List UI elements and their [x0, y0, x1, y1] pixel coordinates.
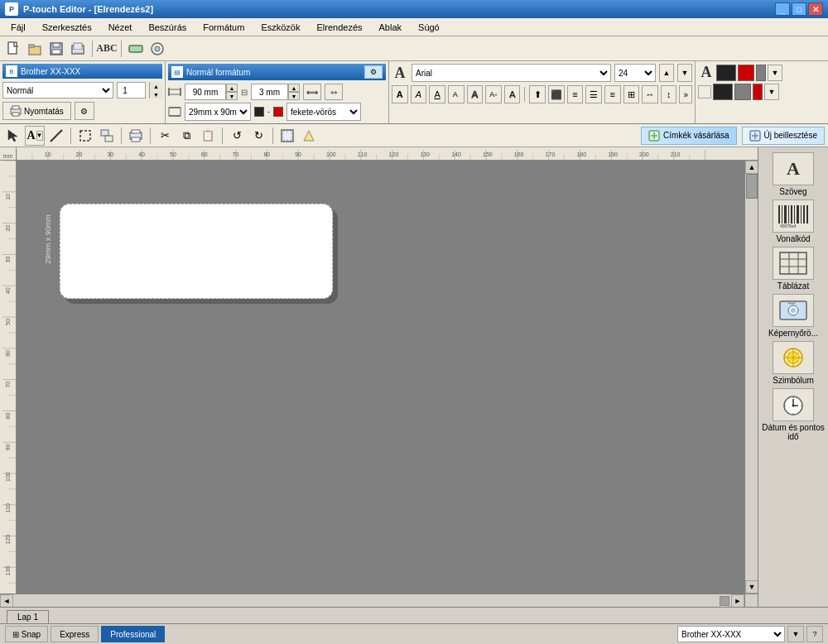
bold-btn[interactable]: A [392, 85, 408, 103]
close-btn[interactable]: ✕ [808, 2, 823, 16]
redo-tool[interactable]: ↻ [248, 126, 268, 146]
halign-left-btn[interactable]: ≡ [567, 85, 584, 103]
tool-toolbar: A▼ ✂ ⧉ 📋 ↺ ↻ Címk [0, 124, 828, 147]
menu-sugo[interactable]: Súgó [411, 20, 447, 35]
print-preview-btn[interactable] [68, 39, 88, 59]
menu-formatum[interactable]: Formátum [195, 20, 252, 35]
group-tool[interactable] [97, 126, 117, 146]
printer-select-btn[interactable]: ▼ [787, 626, 804, 642]
paste-tool[interactable]: 📋 [198, 126, 218, 146]
mode-select[interactable]: Normál [2, 82, 113, 99]
margin-btn[interactable]: ⟺ [303, 84, 321, 100]
scroll-thumb-v[interactable] [746, 174, 758, 199]
svg-rect-46 [797, 205, 799, 223]
main-toolbar: ABC [0, 36, 828, 61]
print-button[interactable]: Nyomtatás [2, 102, 71, 120]
print-tool[interactable] [126, 126, 146, 146]
label-canvas[interactable] [60, 204, 333, 299]
open-btn[interactable] [25, 39, 45, 59]
font-select[interactable]: Arial [412, 64, 611, 82]
text-btn[interactable]: ABC [97, 39, 117, 59]
gap-up[interactable]: ▲ [288, 84, 300, 92]
menu-eszkozok[interactable]: Eszközök [253, 20, 307, 35]
fill-tool[interactable] [299, 126, 319, 146]
expanded-btn[interactable]: A [448, 85, 465, 103]
valign-mid-btn[interactable]: ⬛ [548, 85, 565, 103]
menu-beszuras[interactable]: Beszúrás [141, 20, 194, 35]
width-up[interactable]: ▲ [226, 84, 238, 92]
copies-input[interactable] [117, 82, 146, 99]
more-btn[interactable]: » [679, 85, 692, 103]
scroll-up-btn[interactable]: ▲ [745, 161, 758, 174]
font-size-up[interactable]: ▲ [659, 64, 674, 82]
express-btn[interactable]: Express [51, 626, 99, 642]
valign-top-btn[interactable]: ⬆ [529, 85, 546, 103]
right-dropdown2[interactable]: ▼ [764, 84, 779, 100]
width-down[interactable]: ▼ [226, 92, 238, 100]
linespacing-btn[interactable]: ↕ [661, 85, 677, 103]
cursor-tool[interactable] [3, 126, 23, 146]
tool-text[interactable]: A Szöveg [762, 152, 825, 196]
width-input[interactable] [185, 84, 226, 100]
new-btn[interactable] [3, 39, 23, 59]
print-settings-btn[interactable]: ⚙ [75, 102, 94, 120]
label-btn[interactable] [126, 39, 146, 59]
tool-datetime[interactable]: Dátum és pontos idő [762, 388, 825, 441]
main-canvas[interactable]: 29mm x 90mm [17, 161, 744, 594]
underline-btn[interactable]: A [429, 85, 445, 103]
cut-tool[interactable]: ✂ [155, 126, 175, 146]
menu-nezet[interactable]: Nézet [101, 20, 140, 35]
undo-tool[interactable]: ↺ [227, 126, 247, 146]
tool-barcode[interactable]: 40078a4 Vonalkód [762, 199, 825, 243]
frame-tool[interactable] [277, 126, 297, 146]
save-btn[interactable] [46, 39, 66, 59]
maximize-btn[interactable]: □ [792, 2, 806, 16]
font-size-select[interactable]: 24 [614, 64, 656, 82]
text-tool[interactable]: A▼ [25, 126, 45, 146]
scroll-right-btn[interactable]: ► [731, 594, 744, 607]
help-btn[interactable]: ? [806, 626, 823, 642]
menu-elrendezes[interactable]: Elrendezés [309, 20, 369, 35]
tool-symbol[interactable]: Szimbólum [762, 341, 825, 385]
professional-btn[interactable]: Professional [101, 626, 165, 642]
svg-text:40078a4: 40078a4 [780, 223, 797, 228]
tool-table[interactable]: Táblázat [762, 247, 825, 291]
halign-right-btn[interactable]: ≡ [604, 85, 621, 103]
right-dropdown1[interactable]: ▼ [768, 65, 782, 81]
labels-purchase-btn[interactable]: Címkék vásárlása [641, 127, 736, 145]
tool-screenshot[interactable]: Képernyőrö... [762, 294, 825, 338]
snap-btn[interactable]: ⊞ Snap [5, 626, 48, 642]
super-btn[interactable]: A+ [485, 85, 502, 103]
svg-rect-15 [169, 89, 181, 94]
new-setting-btn[interactable]: Új beillesztése [742, 127, 825, 145]
gap-down[interactable]: ▼ [288, 92, 300, 100]
page-tab[interactable]: Lap 1 [7, 610, 49, 623]
menu-szerkesztes[interactable]: Szerkesztés [35, 20, 99, 35]
scroll-left-btn[interactable]: ◄ [0, 594, 13, 607]
copies-down[interactable]: ▼ [149, 90, 162, 99]
scroll-down-btn[interactable]: ▼ [745, 580, 758, 594]
minimize-btn[interactable]: _ [775, 2, 790, 16]
italic-btn[interactable]: A [411, 85, 427, 103]
font-size-down[interactable]: ▼ [677, 64, 692, 82]
menu-fajl[interactable]: Fájl [3, 20, 33, 35]
right-color2 [738, 65, 754, 81]
margin-btn2[interactable]: ⇿ [325, 84, 343, 100]
scroll-thumb-h[interactable] [720, 596, 729, 606]
tape-btn[interactable] [147, 39, 167, 59]
halign-justify-btn[interactable]: ⊞ [623, 85, 640, 103]
gap-input[interactable] [251, 84, 288, 100]
size-select[interactable]: 29mm x 90m [185, 103, 251, 121]
spacing-btn[interactable]: ↔ [642, 85, 658, 103]
outlined-btn[interactable]: A [467, 85, 484, 103]
halign-center-btn[interactable]: ☰ [585, 85, 602, 103]
line-tool[interactable] [46, 126, 66, 146]
copy-tool[interactable]: ⧉ [176, 126, 196, 146]
menu-ablak[interactable]: Ablak [372, 20, 410, 35]
format-settings-btn[interactable]: ⚙ [364, 65, 383, 79]
color-select[interactable]: fekete-vörös [286, 103, 361, 121]
copies-up[interactable]: ▲ [149, 82, 162, 90]
shadow-btn[interactable]: A [504, 85, 521, 103]
printer-select-bottom[interactable]: Brother XX-XXX [677, 626, 785, 642]
select-rect-tool[interactable] [75, 126, 95, 146]
